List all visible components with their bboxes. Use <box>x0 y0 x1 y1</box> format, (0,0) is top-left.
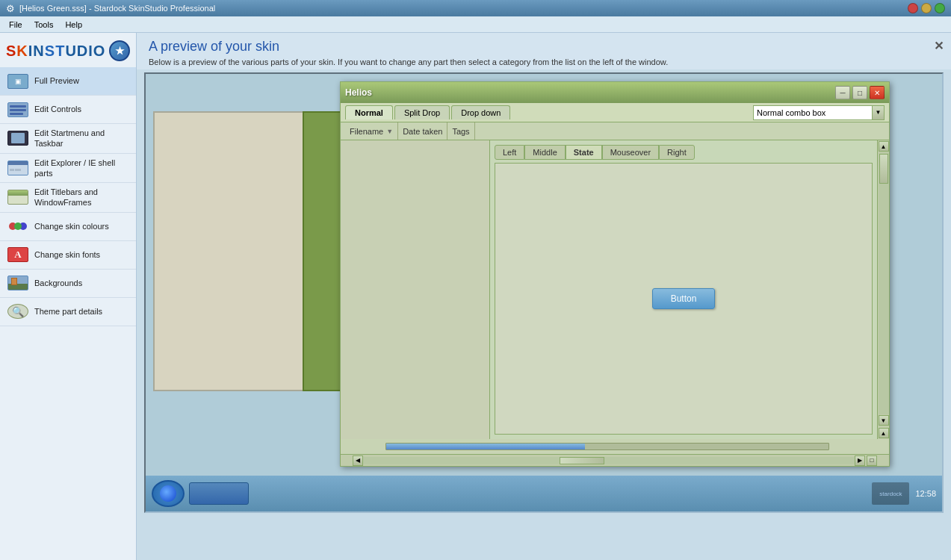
maximize-button-os[interactable] <box>935 3 945 13</box>
preview-header: A preview of your skin Below is a previe… <box>137 33 951 69</box>
demo-tab-left[interactable]: Left <box>495 145 524 160</box>
combo-box[interactable]: Normal combo box <box>753 105 873 120</box>
taskbar: stardock 12:58 <box>146 476 942 511</box>
helios-titlebar: Helios ─ □ ✕ <box>341 82 889 103</box>
taskbar-window-button[interactable] <box>189 482 249 505</box>
helios-window-controls: ─ □ ✕ <box>835 86 885 99</box>
combo-value: Normal combo box <box>757 108 825 117</box>
helios-demo-panel: Left Middle State Mouseover Right Button <box>490 140 877 439</box>
backgrounds-icon <box>6 274 30 292</box>
preview-description: Below is a preview of the various parts … <box>149 57 939 66</box>
helios-tab-dropdown[interactable]: Drop down <box>451 105 510 119</box>
menu-file[interactable]: File <box>3 19 28 31</box>
helios-window-title: Helios <box>345 87 372 98</box>
sidebar: SKINSTUDIO ★ ▣ Full Preview Edit Control… <box>0 33 137 560</box>
scrollbar-thumb-h[interactable] <box>560 457 604 464</box>
minimize-button-os[interactable] <box>921 3 932 13</box>
demo-tab-right[interactable]: Right <box>659 145 695 160</box>
edit-explorer-icon <box>6 159 30 177</box>
change-fonts-icon: A <box>6 246 30 264</box>
tray-logo-text: stardock <box>879 491 902 497</box>
demo-content-area: Button <box>495 163 873 435</box>
sidebar-item-label-theme-details: Theme part details <box>34 306 102 317</box>
sidebar-item-backgrounds[interactable]: Backgrounds <box>0 270 136 298</box>
theme-details-icon: 🔍 <box>6 302 30 320</box>
header-sort-arrow: ▼ <box>386 128 393 135</box>
demo-tab-state[interactable]: State <box>566 145 602 160</box>
header-tags[interactable]: Tags <box>447 122 474 140</box>
demo-tabs: Left Middle State Mouseover Right <box>495 145 873 160</box>
scrollbar-track-h <box>363 457 855 464</box>
sidebar-item-label-full-preview: Full Preview <box>34 75 79 86</box>
header-date-taken[interactable]: Date taken <box>398 122 447 140</box>
progress-bar-track <box>385 443 829 450</box>
left-panels <box>153 111 306 391</box>
app-logo: SKINSTUDIO <box>6 43 105 60</box>
sidebar-item-change-colours[interactable]: Change skin colours <box>0 213 136 241</box>
preview-title: A preview of your skin <box>149 39 939 55</box>
sidebar-item-label-change-colours: Change skin colours <box>34 221 109 231</box>
scrollbar-down-btn[interactable]: ▼ <box>879 415 889 426</box>
helios-maximize-btn[interactable]: □ <box>852 86 867 99</box>
demo-tab-middle[interactable]: Middle <box>524 145 565 160</box>
sidebar-item-label-change-fonts: Change skin fonts <box>34 249 100 260</box>
sidebar-item-label-edit-titlebars: Edit Titlebars andWindowFrames <box>34 187 98 208</box>
sidebar-item-label-edit-startmenu: Edit Startmenu andTaskbar <box>34 128 105 149</box>
tray-logo: stardock <box>872 482 909 505</box>
helios-list-panel <box>341 140 490 439</box>
sidebar-item-edit-controls[interactable]: Edit Controls <box>0 96 136 124</box>
edit-titlebars-icon <box>6 188 30 206</box>
menu-help[interactable]: Help <box>59 19 88 31</box>
close-button-os[interactable] <box>908 3 918 13</box>
start-button[interactable] <box>152 480 185 507</box>
titlebar-controls <box>908 3 945 13</box>
menu-tools[interactable]: Tools <box>28 19 60 31</box>
helios-minimize-btn[interactable]: ─ <box>835 86 850 99</box>
main-layout: SKINSTUDIO ★ ▣ Full Preview Edit Control… <box>0 33 951 560</box>
helios-header-row: Filename ▼ Date taken Tags <box>341 122 889 140</box>
taskbar-tray: stardock 12:58 <box>872 482 936 505</box>
sidebar-item-full-preview[interactable]: ▣ Full Preview <box>0 67 136 96</box>
demo-button[interactable]: Button <box>652 288 716 309</box>
helios-tab-normal[interactable]: Normal <box>345 105 393 119</box>
sidebar-item-change-fonts[interactable]: A Change skin fonts <box>0 241 136 270</box>
helios-close-btn[interactable]: ✕ <box>870 86 885 99</box>
sidebar-item-edit-titlebars[interactable]: Edit Titlebars andWindowFrames <box>0 183 136 213</box>
sidebar-item-edit-startmenu[interactable]: Edit Startmenu andTaskbar <box>0 124 136 154</box>
window-title: [Helios Green.sss] - Stardock SkinStudio… <box>19 4 215 13</box>
scrollbar-thumb-v[interactable] <box>879 154 888 184</box>
edit-controls-icon <box>6 101 30 119</box>
logo-area: SKINSTUDIO ★ <box>0 36 136 67</box>
sidebar-item-label-edit-controls: Edit Controls <box>34 104 81 114</box>
scrollbar-h-corner[interactable]: □ <box>867 455 877 466</box>
sidebar-item-label-backgrounds: Backgrounds <box>34 278 82 288</box>
header-filename[interactable]: Filename ▼ <box>345 122 398 140</box>
app-icon: ⚙ <box>6 3 15 14</box>
menubar: File Tools Help <box>0 16 951 33</box>
progress-bar-fill <box>386 444 585 449</box>
taskbar-clock: 12:58 <box>915 489 936 498</box>
scrollbar-up-btn[interactable]: ▲ <box>879 141 889 152</box>
sidebar-item-theme-details[interactable]: 🔍 Theme part details <box>0 298 136 326</box>
sidebar-item-label-edit-explorer: Edit Explorer / IE shellparts <box>34 158 115 179</box>
helios-horizontal-scrollbar: ◀ ▶ □ <box>341 454 889 466</box>
helios-main-area: Left Middle State Mouseover Right Button… <box>341 140 889 439</box>
edit-startmenu-icon <box>6 129 30 147</box>
beige-list-panel <box>153 111 306 391</box>
helios-tab-splitdrop[interactable]: Split Drop <box>394 105 450 119</box>
full-preview-icon: ▣ <box>6 72 30 90</box>
sidebar-item-edit-explorer[interactable]: Edit Explorer / IE shellparts <box>0 154 136 184</box>
preview-canvas: Helios ─ □ ✕ Normal Split Drop Drop down… <box>144 72 944 513</box>
change-colours-icon <box>6 217 30 235</box>
scrollbar-corner-top[interactable]: ▲ <box>879 428 889 438</box>
logo-icon: ★ <box>109 40 130 61</box>
helios-window: Helios ─ □ ✕ Normal Split Drop Drop down… <box>340 81 890 467</box>
scrollbar-right-btn[interactable]: ▶ <box>855 455 865 466</box>
close-button[interactable]: ✕ <box>934 39 944 53</box>
start-button-orb <box>160 485 176 502</box>
content-area: A preview of your skin Below is a previe… <box>137 33 951 560</box>
titlebar: ⚙ [Helios Green.sss] - Stardock SkinStud… <box>0 0 951 16</box>
scrollbar-left-btn[interactable]: ◀ <box>353 455 363 466</box>
combo-arrow[interactable]: ▼ <box>873 105 885 120</box>
demo-tab-mouseover[interactable]: Mouseover <box>602 145 659 160</box>
